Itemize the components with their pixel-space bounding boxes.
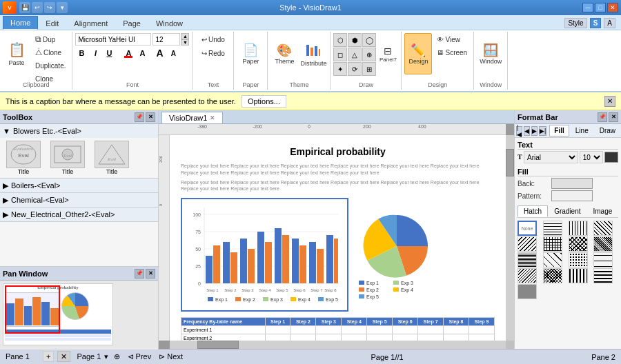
draw-tool-9[interactable]: ⊞ — [362, 62, 376, 76]
hatch-cell-horizontal[interactable] — [543, 221, 562, 236]
canvas-tab-1[interactable]: VisioDraw1 ✕ — [161, 112, 223, 123]
nav-first-btn[interactable]: |◀ — [516, 126, 522, 136]
redo-btn[interactable]: ↪ Redo — [198, 47, 228, 59]
hatch-cell-dense1[interactable] — [593, 236, 613, 252]
pattern-color-swatch[interactable] — [551, 190, 593, 201]
font-name-select[interactable]: Arial — [524, 151, 578, 163]
close-btn[interactable]: ✕ — [607, 3, 618, 12]
hatch-tab-image[interactable]: Image — [586, 205, 618, 217]
fmt-tab-line[interactable]: Line — [571, 125, 593, 136]
font-size-small-btn[interactable]: A — [167, 47, 179, 59]
format-close-btn[interactable]: ✕ — [609, 112, 618, 122]
pan-viewport[interactable] — [5, 285, 60, 334]
font-size-input[interactable] — [152, 33, 180, 46]
back-color-swatch[interactable] — [551, 178, 593, 189]
distribute-btn[interactable]: Distribute — [299, 33, 327, 74]
delete-page-btn[interactable]: ✕ — [57, 351, 70, 362]
font-size-select[interactable]: 10 — [580, 151, 603, 163]
toolbox-close-btn[interactable]: ✕ — [146, 112, 155, 122]
clone-btn[interactable]: ⧊ Clone — [32, 46, 69, 59]
add-page-btn[interactable]: + — [43, 351, 54, 362]
nav-prev-btn[interactable]: ◀ — [524, 126, 530, 136]
font-name-input[interactable] — [75, 33, 151, 46]
toolbox-item-1[interactable]: Eval Evaluation Title — [3, 141, 44, 175]
hatch-cell-14[interactable] — [569, 268, 588, 283]
undo-btn[interactable]: ↩ Undo — [198, 33, 228, 46]
draw-tool-7[interactable]: ✦ — [333, 62, 347, 76]
font-size-down[interactable]: ▼ — [181, 39, 189, 46]
minimize-btn[interactable]: ─ — [582, 3, 593, 12]
font-color-btn[interactable]: A — [122, 47, 135, 59]
qa-redo-btn[interactable]: ↪ — [44, 2, 55, 13]
qa-undo-btn[interactable]: ↩ — [32, 2, 43, 13]
toolbox-section-blowers-header[interactable]: ▼ Blowers Etc.-<Eval> — [0, 124, 158, 138]
hatch-cell-dense2[interactable] — [518, 252, 537, 267]
toolbox-section-chemical-header[interactable]: ▶ Chemical-<Eval> — [0, 193, 158, 207]
hatch-cell-15[interactable] — [593, 268, 613, 283]
prev-page-btn[interactable]: ⊲ Prev — [128, 352, 152, 361]
hatch-cell-vertical[interactable] — [569, 221, 588, 236]
hatch-cell-dots[interactable] — [569, 252, 588, 267]
window-btn[interactable]: 🪟 Window — [477, 33, 504, 74]
underline-btn[interactable]: U — [103, 47, 115, 59]
fmt-tab-draw[interactable]: Draw — [595, 125, 620, 136]
maximize-btn[interactable]: □ — [595, 3, 606, 12]
toolbox-section-electrical-header[interactable]: ▶ New_Electrical_Other2-<Eval> — [0, 208, 158, 221]
font-size-large-btn[interactable]: A — [153, 47, 166, 59]
qa-save-btn[interactable]: 💾 — [19, 2, 30, 13]
canvas-scroll[interactable]: -380 -200 0 200 400 200 0 Empirical prob… — [159, 124, 514, 349]
highlight-btn[interactable]: A — [136, 47, 148, 59]
nav-last-btn[interactable]: ▶| — [539, 126, 546, 136]
screen-btn[interactable]: 🖥 Screen — [433, 46, 471, 59]
dup-btn[interactable]: ⧉ Dup — [32, 33, 69, 46]
draw-tool-8[interactable]: ⟳ — [348, 62, 362, 76]
hatch-cell-sparse[interactable] — [543, 252, 562, 267]
vertical-scrollbar[interactable] — [506, 135, 514, 341]
next-page-btn[interactable]: ⊳ Next — [159, 352, 183, 361]
tab-page[interactable]: Page — [115, 17, 148, 30]
hatch-cell-diagonal2[interactable] — [518, 236, 537, 252]
duplicate-btn[interactable]: Duplicate. — [32, 59, 69, 72]
tab-edit[interactable]: Edit — [38, 17, 66, 30]
hscroll-thumb[interactable] — [197, 341, 239, 349]
canvas-tab-close[interactable]: ✕ — [210, 114, 215, 121]
paste-btn[interactable]: 📋 Paste — [3, 33, 30, 74]
toolbox-pin-btn[interactable]: 📌 — [135, 112, 144, 122]
bold-btn[interactable]: B — [75, 47, 88, 59]
theme-btn[interactable]: 🎨 Theme — [270, 33, 298, 74]
draw-tool-1[interactable]: ⬡ — [333, 33, 347, 47]
hatch-cell-none[interactable]: None — [518, 221, 537, 236]
pan-content[interactable]: Empirical probability — [0, 281, 158, 350]
horizontal-scrollbar[interactable] — [170, 341, 506, 349]
hatch-tab-gradient[interactable]: Gradient — [548, 205, 586, 217]
message-bar-close[interactable]: ✕ — [604, 96, 615, 107]
options-button[interactable]: Options... — [241, 95, 286, 108]
qa-customize-btn[interactable]: ▾ — [57, 2, 68, 13]
design-btn[interactable]: ✏️ Design — [404, 33, 432, 74]
toolbox-item-2[interactable]: Eval Title — [47, 141, 88, 175]
panel7-btn[interactable]: ⊟ Panel7 — [377, 33, 398, 74]
draw-tool-3[interactable]: ◯ — [362, 33, 376, 47]
hatch-cell-13[interactable] — [543, 268, 562, 283]
hatch-cell-wave[interactable] — [518, 268, 537, 283]
toolbox-section-boilers-header[interactable]: ▶ Boilers-<Eval> — [0, 179, 158, 192]
hatch-tab-hatch[interactable]: Hatch — [518, 205, 548, 217]
tab-window[interactable]: Window — [148, 17, 190, 30]
draw-tool-4[interactable]: ◻ — [333, 48, 347, 61]
pan-close-btn[interactable]: ✕ — [146, 269, 155, 279]
draw-tool-2[interactable]: ⬢ — [348, 33, 362, 47]
font-size-up[interactable]: ▲ — [181, 33, 189, 39]
fmt-tab-fill[interactable]: Fill — [549, 125, 569, 136]
tab-home[interactable]: Home — [3, 16, 38, 30]
draw-tool-5[interactable]: △ — [348, 48, 362, 61]
draw-tool-6[interactable]: ⊕ — [362, 48, 376, 61]
hatch-cell-cross[interactable] — [543, 236, 562, 252]
vscroll-thumb[interactable] — [506, 149, 514, 176]
italic-btn[interactable]: I — [89, 47, 101, 59]
page-dropdown[interactable]: ▾ — [104, 352, 108, 361]
nav-next-btn[interactable]: ▶ — [531, 126, 538, 136]
pan-pin-btn[interactable]: 📌 — [135, 269, 144, 279]
toolbox-item-3[interactable]: Eval Title — [91, 141, 132, 175]
hatch-cell-diagonal1[interactable] — [593, 221, 613, 236]
format-pin-btn[interactable]: 📌 — [598, 112, 607, 122]
